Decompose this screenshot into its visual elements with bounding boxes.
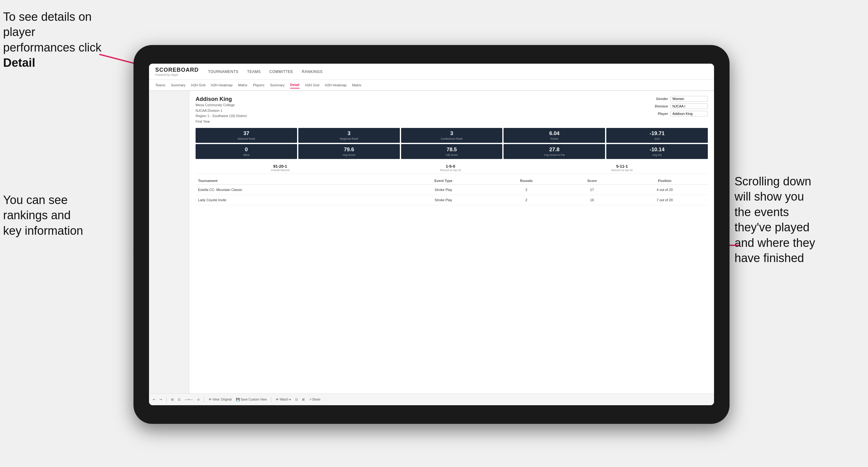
stat-avg-sg: -10.14 Avg SG bbox=[606, 144, 708, 159]
toolbar-divider-2 bbox=[204, 397, 204, 402]
cell-score-1: 17 bbox=[562, 185, 621, 195]
main-nav: TOURNAMENTS TEAMS COMMITTEE RANKINGS bbox=[208, 68, 708, 75]
stat-sos: -19.71 SoS bbox=[606, 128, 708, 143]
toolbar-view-original[interactable]: 👁 View: Original bbox=[209, 398, 231, 401]
nav-tournaments[interactable]: TOURNAMENTS bbox=[208, 68, 239, 75]
toolbar-expand[interactable]: ⊠ bbox=[302, 398, 305, 401]
division-label: Division bbox=[653, 104, 668, 108]
cell-tournament-2: Lady Coyote Invite bbox=[195, 195, 397, 205]
logo-area: SCOREBOARD Powered by clippd bbox=[155, 67, 199, 76]
toolbar-divider-1 bbox=[166, 397, 167, 402]
stats-row-1: 37 National Rank 3 Regional Rank 3 Confe… bbox=[195, 128, 708, 143]
player-filters: Gender Women Division NJCAA I bbox=[653, 96, 708, 117]
player-year: First Year bbox=[195, 119, 247, 125]
table-body: Estella CC- Mountain Classic Stroke Play… bbox=[195, 185, 708, 205]
stat-points: 6.04 Points bbox=[503, 128, 605, 143]
logo-text: SCOREBOARD bbox=[155, 67, 199, 73]
top-nav: SCOREBOARD Powered by clippd TOURNAMENTS… bbox=[149, 64, 714, 80]
cell-rounds-1: 2 bbox=[490, 185, 562, 195]
subnav-detail[interactable]: Detail bbox=[290, 82, 300, 89]
nav-committee[interactable]: COMMITTEE bbox=[270, 68, 293, 75]
tournament-table: Tournament Event Type Rounds Score Posit… bbox=[195, 177, 708, 205]
main-content: Addison King Mesa Community College NJCA… bbox=[189, 91, 714, 394]
col-tournament: Tournament bbox=[195, 177, 397, 185]
cell-position-2: 7 out of 20 bbox=[621, 195, 708, 205]
player-select[interactable]: Addison King bbox=[671, 111, 708, 117]
player-region: Region 1 - Southwest (18) District bbox=[195, 113, 247, 119]
col-score: Score bbox=[562, 177, 621, 185]
left-sidebar bbox=[149, 91, 189, 394]
player-header: Addison King Mesa Community College NJCA… bbox=[195, 96, 708, 124]
subnav-players[interactable]: Players bbox=[253, 82, 265, 88]
content-area: Addison King Mesa Community College NJCA… bbox=[149, 91, 714, 394]
col-event-type: Event Type bbox=[397, 177, 490, 185]
player-label: Player bbox=[653, 112, 668, 116]
records-row: 91-20-1 Overall Record 1-5-0 Record vs t… bbox=[195, 162, 708, 174]
subnav-matrix2[interactable]: Matrix bbox=[352, 82, 361, 88]
annotation-top-left: To see details on player performances cl… bbox=[3, 9, 108, 71]
cell-event-type-1: Stroke Play bbox=[397, 185, 490, 195]
toolbar-share[interactable]: ↗ Share bbox=[309, 398, 320, 401]
sub-nav: Teams Summary H2H Grid H2H Heatmap Matri… bbox=[149, 80, 714, 91]
table-row[interactable]: Estella CC- Mountain Classic Stroke Play… bbox=[195, 185, 708, 195]
cell-event-type-2: Stroke Play bbox=[397, 195, 490, 205]
toolbar-redo[interactable]: ↪ bbox=[160, 398, 162, 401]
filter-gender-row: Gender Women bbox=[653, 96, 708, 101]
tablet-screen: SCOREBOARD Powered by clippd TOURNAMENTS… bbox=[149, 64, 714, 405]
player-college: Mesa Community College bbox=[195, 102, 247, 108]
gender-select[interactable]: Women bbox=[671, 96, 708, 101]
stat-avg-score: 79.6 Avg Score bbox=[298, 144, 400, 159]
toolbar-adjust[interactable]: —+— bbox=[185, 398, 193, 401]
subnav-h2h-heatmap2[interactable]: H2H Heatmap bbox=[325, 82, 347, 88]
subnav-h2h-heatmap1[interactable]: H2H Heatmap bbox=[211, 82, 232, 88]
stat-wins: 0 Wins bbox=[195, 144, 297, 159]
stat-avg-score-par: 27.8 Avg Score to Par bbox=[503, 144, 605, 159]
record-overall: 91-20-1 Overall Record bbox=[271, 164, 289, 172]
player-division: NJCAA Division 1 bbox=[195, 108, 247, 114]
nav-teams[interactable]: TEAMS bbox=[247, 68, 261, 75]
record-top25: 1-5-0 Record vs top 25 bbox=[440, 164, 461, 172]
toolbar-divider-3 bbox=[271, 397, 271, 402]
cell-rounds-2: 2 bbox=[490, 195, 562, 205]
filter-player-row: Player Addison King bbox=[653, 111, 708, 117]
subnav-h2h-grid2[interactable]: H2H Grid bbox=[305, 82, 319, 88]
subnav-h2h-grid1[interactable]: H2H Grid bbox=[191, 82, 205, 88]
toolbar-layout[interactable]: ⊡ bbox=[178, 398, 180, 401]
table-header: Tournament Event Type Rounds Score Posit… bbox=[195, 177, 708, 185]
toolbar-save-custom-view[interactable]: 💾 Save Custom View bbox=[236, 398, 267, 401]
filter-division-row: Division NJCAA I bbox=[653, 103, 708, 109]
cell-position-1: 4 out of 20 bbox=[621, 185, 708, 195]
division-select[interactable]: NJCAA I bbox=[671, 103, 708, 109]
toolbar-share-icon[interactable]: ⊡ bbox=[295, 398, 298, 401]
toolbar-undo[interactable]: ↩ bbox=[153, 398, 155, 401]
record-top50: 5-11-1 Record vs top 50 bbox=[612, 164, 633, 172]
stat-conference-rank: 3 Conference Rank bbox=[401, 128, 503, 143]
subnav-summary1[interactable]: Summary bbox=[171, 82, 185, 88]
cell-score-2: 16 bbox=[562, 195, 621, 205]
table-row[interactable]: Lady Coyote Invite Stroke Play 2 16 7 ou… bbox=[195, 195, 708, 205]
player-info: Addison King Mesa Community College NJCA… bbox=[195, 96, 247, 124]
logo-sub: Powered by clippd bbox=[155, 73, 199, 76]
subnav-matrix1[interactable]: Matrix bbox=[238, 82, 247, 88]
bottom-toolbar: ↩ ↪ ⊞ ⊡ —+— ⊙ 👁 View: Original 💾 Save Cu… bbox=[149, 394, 714, 405]
stat-regional-rank: 3 Regional Rank bbox=[298, 128, 400, 143]
toolbar-settings[interactable]: ⊙ bbox=[197, 398, 199, 401]
tablet-frame: SCOREBOARD Powered by clippd TOURNAMENTS… bbox=[133, 45, 730, 424]
player-name: Addison King bbox=[195, 96, 247, 102]
toolbar-grid[interactable]: ⊞ bbox=[171, 398, 174, 401]
subnav-teams[interactable]: Teams bbox=[155, 82, 165, 88]
stat-adj-score: 78.5 Adj Score bbox=[401, 144, 503, 159]
annotation-right: Scrolling down will show you the events … bbox=[735, 174, 865, 266]
toolbar-watch[interactable]: 👁 Watch ▾ bbox=[276, 398, 291, 401]
nav-rankings[interactable]: RANKINGS bbox=[302, 68, 322, 75]
cell-tournament-1: Estella CC- Mountain Classic bbox=[195, 185, 397, 195]
annotation-bottom-left: You can see rankings and key information bbox=[3, 192, 121, 239]
col-position: Position bbox=[621, 177, 708, 185]
subnav-summary2[interactable]: Summary bbox=[270, 82, 285, 88]
stats-row-2: 0 Wins 79.6 Avg Score 78.5 Adj Score 27.… bbox=[195, 144, 708, 159]
col-rounds: Rounds bbox=[490, 177, 562, 185]
stat-national-rank: 37 National Rank bbox=[195, 128, 297, 143]
gender-label: Gender bbox=[653, 97, 668, 101]
